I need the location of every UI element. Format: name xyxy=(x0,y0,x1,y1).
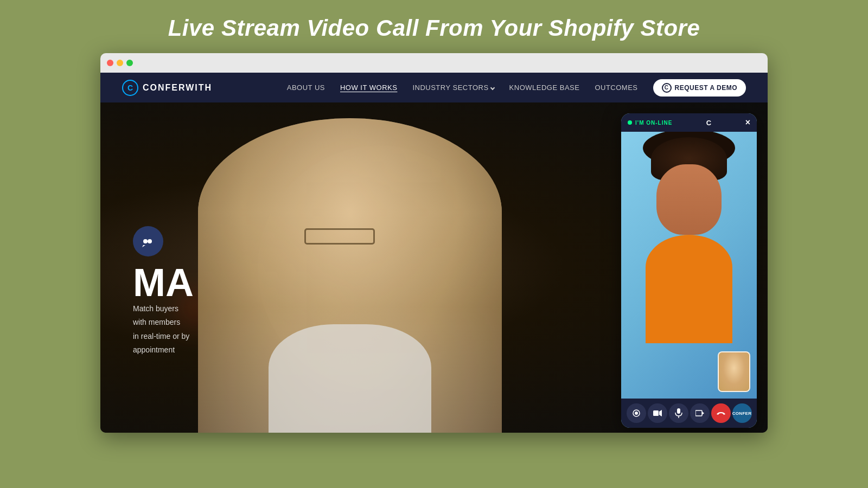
svg-rect-4 xyxy=(653,410,659,416)
logo-area: C CONFERWITH xyxy=(122,80,212,96)
popup-controls-bar: CONFER xyxy=(621,399,757,428)
logo-icon: C xyxy=(122,80,138,96)
video-call-popup: I'M ON-LINE C × xyxy=(621,113,757,428)
hero-section: MA Match buyers with members in real-tim… xyxy=(100,102,768,433)
brand-label: CONFER xyxy=(732,411,752,416)
online-status-dot xyxy=(628,120,632,125)
btn-c-icon: C xyxy=(662,83,672,93)
chat-bubble-icon xyxy=(133,226,163,256)
page-title: Live Stream Video Call From Your Shopify… xyxy=(168,0,700,53)
nav-links: ABOUT US HOW IT WORKS INDUSTRY SECTORS K… xyxy=(287,79,746,97)
svg-rect-8 xyxy=(695,410,702,416)
brand-button[interactable]: CONFER xyxy=(732,403,752,423)
hero-heading: MA xyxy=(133,263,194,302)
end-call-button[interactable] xyxy=(711,403,731,423)
popup-top-bar: I'M ON-LINE C × xyxy=(621,113,757,132)
popup-logo-letter: C xyxy=(706,119,711,127)
hero-person-image xyxy=(198,102,534,433)
nav-about-us[interactable]: ABOUT US xyxy=(287,84,325,92)
close-dot[interactable] xyxy=(107,60,113,66)
svg-marker-5 xyxy=(659,410,662,416)
maximize-dot[interactable] xyxy=(126,60,133,66)
nav-outcomes[interactable]: OUTCOMES xyxy=(595,84,637,92)
logo-text: CONFERWITH xyxy=(143,83,212,93)
popup-close-button[interactable]: × xyxy=(745,118,750,127)
person-shirt xyxy=(269,324,431,433)
svg-marker-9 xyxy=(702,412,704,415)
video-self-preview xyxy=(718,351,750,392)
online-indicator: I'M ON-LINE xyxy=(628,120,672,126)
mic-button[interactable] xyxy=(669,403,688,423)
chevron-down-icon xyxy=(490,85,494,89)
svg-rect-6 xyxy=(677,408,680,414)
svg-point-0 xyxy=(143,239,148,243)
website-content: C CONFERWITH ABOUT US HOW IT WORKS INDUS… xyxy=(100,73,768,433)
video-person-figure xyxy=(646,137,732,343)
nav-knowledge-base[interactable]: KNOWLEDGE BASE xyxy=(509,84,580,92)
request-demo-button[interactable]: C REQUEST A DEMO xyxy=(653,79,746,97)
online-status-label: I'M ON-LINE xyxy=(635,120,672,126)
browser-window: C CONFERWITH ABOUT US HOW IT WORKS INDUS… xyxy=(100,53,768,433)
camera-button[interactable] xyxy=(627,403,646,423)
hero-subtext: Match buyers with members in real-time o… xyxy=(133,302,194,357)
video-main-feed xyxy=(621,132,757,399)
video-face xyxy=(656,164,722,235)
nav-how-it-works[interactable]: HOW IT WORKS xyxy=(340,84,397,92)
navbar: C CONFERWITH ABOUT US HOW IT WORKS INDUS… xyxy=(100,73,768,102)
browser-chrome xyxy=(100,53,768,73)
minimize-dot[interactable] xyxy=(117,60,123,66)
svg-point-3 xyxy=(635,412,638,415)
person-figure xyxy=(198,118,502,433)
video-button[interactable] xyxy=(648,403,667,423)
preview-face xyxy=(719,352,749,391)
person-glasses xyxy=(304,228,375,245)
hero-text-overlay: MA Match buyers with members in real-tim… xyxy=(133,226,194,357)
svg-point-1 xyxy=(148,239,152,243)
video-body xyxy=(646,235,732,343)
share-button[interactable] xyxy=(690,403,710,423)
nav-industry-sectors[interactable]: INDUSTRY SECTORS xyxy=(412,84,494,92)
